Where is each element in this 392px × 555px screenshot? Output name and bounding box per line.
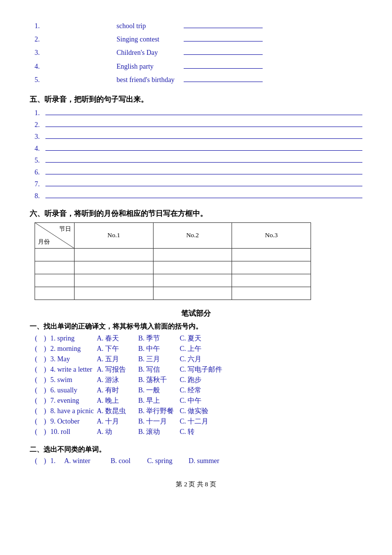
row4-label [35, 287, 75, 299]
item-3-text: Children's Day [117, 46, 181, 59]
line-8: 8. [35, 190, 362, 200]
written-title: 笔试部分 [30, 309, 362, 318]
choice-9: ( ) 9. October A. 十月 B. 十一月 C. 十二月 [33, 417, 362, 426]
row1-col1[interactable] [75, 248, 154, 261]
row2-col2[interactable] [153, 261, 232, 274]
section2-items: ( ) 1. A. winter B. cool C. spring D. su… [33, 457, 362, 465]
item-1-field[interactable] [184, 20, 263, 28]
row2-col3[interactable] [232, 261, 311, 274]
line-5: 5. [35, 155, 362, 165]
item-5-field[interactable] [184, 74, 263, 82]
line-3-field[interactable] [45, 131, 362, 139]
line-7: 7. [35, 178, 362, 188]
section2-item-1: ( ) 1. A. winter B. cool C. spring D. su… [33, 457, 362, 465]
list-section: 1. school trip 2. Singing contest 3. Chi… [30, 20, 362, 86]
item-1-label: 1. [35, 20, 114, 32]
section5-lines: 1. 2. 3. 4. 5. 6. 7. 8. [35, 107, 362, 200]
row2-label [35, 261, 75, 274]
section-2: 二、选出不同类的单词。 ( ) 1. A. winter B. cool C. … [30, 445, 362, 465]
footer-text: 第 2 页 共 8 页 [176, 480, 216, 488]
list-item-4: 4. English party [35, 60, 362, 73]
item-3-field[interactable] [184, 47, 263, 55]
line-6-field[interactable] [45, 167, 362, 174]
choice-6: ( ) 6. usually A. 有时 B. 一般 C. 经常 [33, 386, 362, 395]
item-2-field[interactable] [184, 34, 263, 42]
section1-title: 一、找出单词的正确译文，将其标号填入前面的括号内。 [30, 322, 362, 331]
item-4-field[interactable] [184, 61, 263, 69]
choice-8: ( ) 8. have a picnic A. 数昆虫 B. 举行野餐 C. 做… [33, 407, 362, 416]
item-5-text: best friend's birthday [117, 74, 181, 86]
row3-label [35, 274, 75, 287]
row4-col3[interactable] [232, 287, 311, 299]
row3-col2[interactable] [153, 274, 232, 287]
section-6: 六、听录音，将听到的月份和相应的节日写在方框中。 节日 月份 No.1 No.2… [30, 209, 362, 300]
line-1: 1. [35, 107, 362, 117]
list-item-1: 1. school trip [35, 20, 362, 32]
row1-col2[interactable] [153, 248, 232, 261]
choice-5: ( ) 5. swim A. 游泳 B. 荡秋千 C. 跑步 [33, 376, 362, 384]
item-2-num: 2. [35, 33, 114, 45]
line-4-field[interactable] [45, 143, 362, 151]
item-1-text: school trip [117, 20, 181, 32]
diagonal-top: 节日 [59, 225, 71, 233]
section2-title: 二、选出不同类的单词。 [30, 445, 362, 454]
section-1: 一、找出单词的正确译文，将其标号填入前面的括号内。 ( ) 1. spring … [30, 322, 362, 436]
section5-title: 五、听录音，把听到的句子写出来。 [30, 95, 362, 104]
list-item-5: 5. best friend's birthday [35, 74, 362, 86]
row2-col1[interactable] [75, 261, 154, 274]
page-footer: 第 2 页 共 8 页 [30, 480, 362, 489]
section-5: 五、听录音，把听到的句子写出来。 1. 2. 3. 4. 5. 6. 7. [30, 95, 362, 200]
item-4-text: English party [117, 60, 181, 73]
choice-1: ( ) 1. spring A. 春天 B. 季节 C. 夏天 [33, 334, 362, 343]
line-8-field[interactable] [45, 190, 362, 198]
section6-table-container: 节日 月份 No.1 No.2 No.3 [35, 222, 362, 300]
section1-items: ( ) 1. spring A. 春天 B. 季节 C. 夏天 ( ) 2. m… [33, 334, 362, 436]
row3-col3[interactable] [232, 274, 311, 287]
col-no3: No.3 [232, 222, 311, 248]
choice-10: ( ) 10. roll A. 动 B. 滚动 C. 转 [33, 427, 362, 436]
line-4: 4. [35, 143, 362, 153]
line-2-field[interactable] [45, 119, 362, 127]
diagonal-header: 节日 月份 [35, 222, 75, 248]
row4-col1[interactable] [75, 287, 154, 299]
col-no1: No.1 [75, 222, 154, 248]
line-3: 3. [35, 131, 362, 141]
list-item-3: 3. Children's Day [35, 46, 362, 59]
line-5-field[interactable] [45, 155, 362, 163]
line-7-field[interactable] [45, 178, 362, 186]
choice-2: ( ) 2. morning A. 下午 B. 中午 C. 上午 [33, 344, 362, 353]
choice-7: ( ) 7. evening A. 晚上 B. 早上 C. 中午 [33, 396, 362, 405]
line-2: 2. [35, 119, 362, 129]
choice-4: ( ) 4. write a letter A. 写报告 B. 写信 C. 写电… [33, 365, 362, 374]
item-2-text: Singing contest [117, 33, 181, 45]
section6-title: 六、听录音，将听到的月份和相应的节日写在方框中。 [30, 209, 362, 218]
choice-3: ( ) 3. May A. 五月 B. 三月 C. 六月 [33, 355, 362, 364]
row1-label [35, 248, 75, 261]
row4-col2[interactable] [153, 287, 232, 299]
row3-col1[interactable] [75, 274, 154, 287]
col-no2: No.2 [153, 222, 232, 248]
section6-table: 节日 月份 No.1 No.2 No.3 [35, 222, 311, 300]
row1-col3[interactable] [232, 248, 311, 261]
item-4-num: 4. [35, 60, 114, 73]
line-1-field[interactable] [45, 107, 362, 115]
list-items: 1. school trip 2. Singing contest 3. Chi… [35, 20, 362, 86]
list-item-2: 2. Singing contest [35, 33, 362, 45]
diagonal-bottom: 月份 [38, 238, 50, 246]
line-6: 6. [35, 167, 362, 176]
item-5-num: 5. [35, 74, 114, 86]
item-3-num: 3. [35, 46, 114, 59]
